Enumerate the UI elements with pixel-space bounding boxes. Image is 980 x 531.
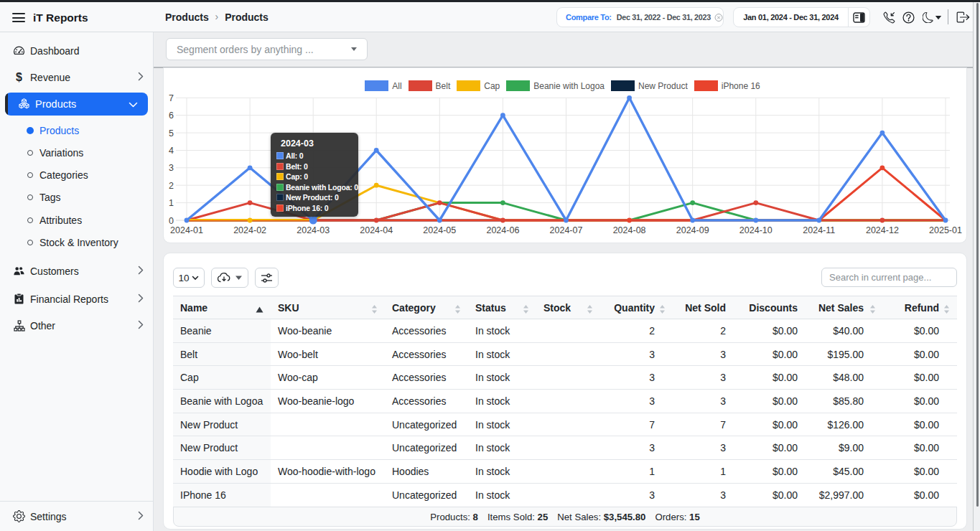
svg-text:7: 7 [169, 93, 174, 103]
svg-text:4: 4 [169, 146, 174, 156]
svg-text:3: 3 [169, 163, 174, 173]
svg-text:2024-08: 2024-08 [613, 225, 646, 235]
svg-text:2024-02: 2024-02 [233, 225, 266, 235]
svg-text:2024-06: 2024-06 [486, 225, 519, 235]
svg-text:6: 6 [169, 111, 174, 121]
svg-text:0: 0 [169, 216, 174, 226]
svg-text:2024-04: 2024-04 [360, 225, 393, 235]
svg-text:1: 1 [169, 198, 174, 208]
svg-text:2024-07: 2024-07 [550, 225, 583, 235]
svg-text:5: 5 [169, 128, 174, 138]
svg-text:2024-05: 2024-05 [423, 225, 456, 235]
svg-text:2024-12: 2024-12 [866, 225, 899, 235]
svg-text:2024-10: 2024-10 [739, 225, 773, 235]
svg-text:2024-11: 2024-11 [803, 225, 835, 235]
svg-text:2: 2 [169, 181, 174, 191]
svg-text:2025-01: 2025-01 [929, 225, 962, 235]
svg-text:2024-03: 2024-03 [297, 225, 330, 235]
svg-text:2024-01: 2024-01 [170, 225, 203, 235]
svg-text:2024-09: 2024-09 [676, 225, 709, 235]
